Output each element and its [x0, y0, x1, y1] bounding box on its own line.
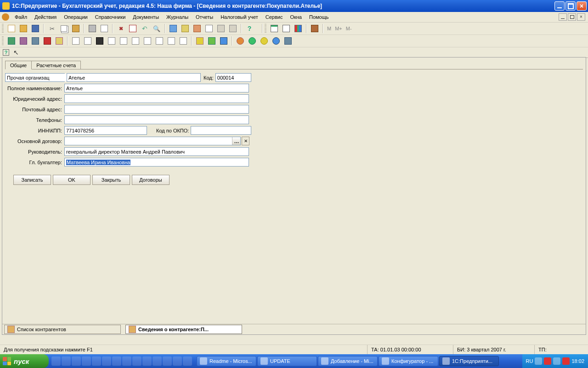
accountant-input[interactable]: Матвеева Ирина Ивановна — [64, 158, 249, 167]
mdi-close-button[interactable]: × — [577, 13, 585, 21]
journal-1-icon[interactable] — [6, 35, 17, 46]
tool-wizard-icon[interactable] — [180, 23, 191, 34]
doc-2-icon[interactable] — [82, 35, 93, 46]
menu-reports[interactable]: Отчеты — [192, 13, 217, 21]
memory-mplus-button[interactable]: M+ — [333, 26, 344, 31]
journal-3-icon[interactable] — [30, 35, 41, 46]
ql-icon-10[interactable] — [142, 356, 152, 366]
globe-2-icon[interactable] — [247, 35, 258, 46]
taskbar-task-3[interactable]: Добавление - Mi... — [318, 356, 378, 366]
mark-icon[interactable] — [127, 23, 138, 34]
mdi-restore-button[interactable] — [568, 13, 576, 21]
legal-addr-input[interactable] — [64, 94, 249, 103]
globe-1-icon[interactable] — [235, 35, 246, 46]
main-contract-combo[interactable]: … — [64, 137, 241, 145]
ql-icon-1[interactable] — [51, 356, 61, 366]
menu-windows[interactable]: Окна — [286, 13, 305, 21]
new-icon[interactable] — [6, 23, 17, 34]
ref-3-icon[interactable] — [218, 35, 229, 46]
tool-watch-icon[interactable] — [227, 23, 238, 34]
calc-icon[interactable] — [269, 23, 280, 34]
window-close-button[interactable]: × — [577, 1, 587, 11]
contracts-button[interactable]: Договоры — [132, 175, 170, 185]
menu-tax[interactable]: Налоговый учет — [217, 13, 262, 21]
find-icon[interactable]: 🔍 — [151, 23, 162, 34]
context-help-icon[interactable]: ? — [2, 48, 10, 57]
menu-documents[interactable]: Документы — [129, 13, 163, 21]
doc-8-icon[interactable] — [154, 35, 165, 46]
tray-icon-4[interactable] — [562, 357, 570, 365]
calendar-icon[interactable] — [281, 23, 292, 34]
taskbar-task-5[interactable]: 1С:Предприяти... — [439, 356, 499, 366]
menu-references[interactable]: Справочники — [91, 13, 130, 21]
menu-journals[interactable]: Журналы — [163, 13, 192, 21]
menu-service[interactable]: Сервис — [262, 13, 287, 21]
mdi-tab-details[interactable]: Сведения о контрагенте:П... — [125, 325, 242, 334]
toolbar-grip-2[interactable] — [265, 24, 266, 33]
delete-icon[interactable]: ✖ — [115, 23, 126, 34]
ql-icon-7[interactable] — [112, 356, 121, 366]
tray-icon-1[interactable] — [535, 357, 542, 365]
post-addr-input[interactable] — [64, 105, 249, 114]
book-icon[interactable] — [309, 23, 320, 34]
doc-4-icon[interactable] — [106, 35, 117, 46]
main-contract-lookup-icon[interactable]: … — [232, 137, 240, 145]
okpo-input[interactable] — [191, 126, 251, 135]
doc-7-icon[interactable] — [142, 35, 153, 46]
fullname-input[interactable] — [64, 84, 249, 92]
org-type-combo[interactable]: … — [5, 73, 65, 82]
mdi-minimize-button[interactable] — [559, 13, 567, 21]
ql-icon-14[interactable] — [183, 356, 192, 366]
ql-icon-3[interactable] — [72, 356, 81, 366]
doc-6-icon[interactable] — [130, 35, 141, 46]
doc-1-icon[interactable] — [70, 35, 81, 46]
tray-clock[interactable]: 18:02 — [571, 358, 584, 364]
ql-icon-13[interactable] — [173, 356, 182, 366]
ql-icon-12[interactable] — [163, 356, 172, 366]
menu-actions[interactable]: Действия — [31, 13, 60, 21]
journal-5-icon[interactable] — [54, 35, 65, 46]
window-maximize-button[interactable] — [565, 1, 576, 11]
tray-language[interactable]: RU — [526, 358, 533, 364]
memory-m-button[interactable]: M — [325, 26, 333, 31]
tool-syntax-icon[interactable] — [204, 23, 215, 34]
ql-icon-6[interactable] — [102, 356, 111, 366]
write-button[interactable]: Записать — [13, 175, 51, 185]
close-button[interactable]: Закрыть — [92, 175, 130, 185]
code-input[interactable] — [215, 73, 251, 82]
main-contract-value[interactable] — [65, 137, 232, 145]
window-minimize-button[interactable] — [554, 1, 565, 11]
head-input[interactable] — [64, 147, 249, 156]
help-icon[interactable]: ? — [244, 23, 255, 34]
globe-3-icon[interactable] — [259, 35, 270, 46]
ref-1-icon[interactable] — [194, 35, 205, 46]
menu-file[interactable]: Файл — [11, 13, 31, 21]
ql-icon-5[interactable] — [92, 356, 101, 366]
ql-icon-11[interactable] — [153, 356, 162, 366]
tab-accounts[interactable]: Расчетные счета — [31, 61, 81, 69]
doc-5-icon[interactable] — [118, 35, 129, 46]
memory-mminus-button[interactable]: M- — [344, 26, 354, 31]
open-icon[interactable] — [18, 23, 29, 34]
tray-icon-2[interactable] — [544, 357, 551, 365]
whats-this-icon[interactable]: ↖ — [12, 48, 20, 57]
start-button[interactable]: пуск — [0, 354, 49, 368]
doc-10-icon[interactable] — [178, 35, 189, 46]
journal-2-icon[interactable] — [18, 35, 29, 46]
tool-debug-icon[interactable] — [192, 23, 203, 34]
copy-icon[interactable] — [58, 23, 69, 34]
doc-9-icon[interactable] — [166, 35, 177, 46]
tab-general[interactable]: Общие — [5, 61, 32, 69]
org-type-value[interactable] — [6, 74, 72, 81]
print-preview-icon[interactable] — [99, 23, 110, 34]
ql-icon-9[interactable] — [132, 356, 141, 366]
toolbar-grip[interactable] — [2, 24, 4, 33]
ql-icon-4[interactable] — [82, 356, 91, 366]
undo-icon[interactable]: ↶ — [139, 23, 150, 34]
tool-guide-icon[interactable] — [168, 23, 179, 34]
inn-input[interactable] — [64, 126, 147, 135]
phones-input[interactable] — [64, 115, 249, 124]
print-icon[interactable] — [87, 23, 98, 34]
mdi-tab-list[interactable]: Список контрагентов — [4, 325, 121, 334]
main-contract-clear-button[interactable]: ✕ — [242, 137, 249, 145]
